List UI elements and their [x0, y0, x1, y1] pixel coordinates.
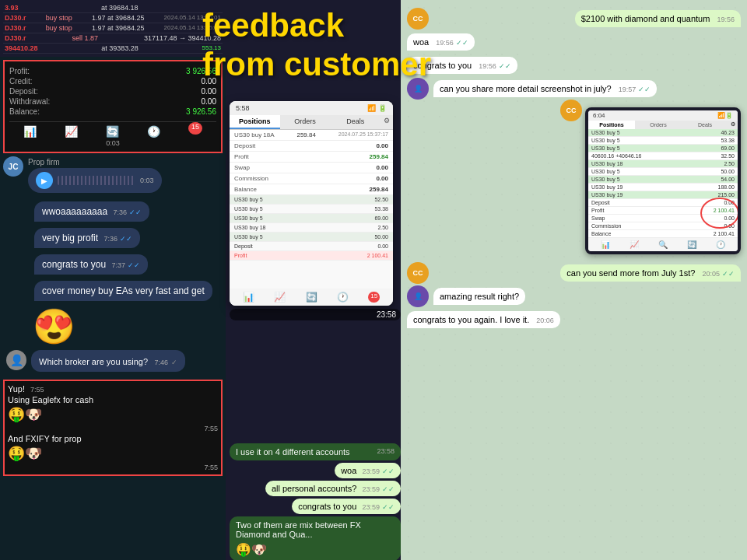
chat-bubble-accounts: I use it on 4 different accounts 23:58 — [230, 443, 401, 460]
list-item: congrats to you 7:37 ✓✓ — [3, 252, 223, 277]
summary-area-right: Deposit0.00 Profit2 100.41 Swap0.00 Comm… — [588, 199, 738, 238]
message-bubble: very big profit 7:36 ✓✓ — [34, 228, 140, 248]
phone-data-row: Commission 0.00 — [230, 173, 393, 184]
trade-icon[interactable]: 🔄 — [106, 125, 119, 138]
graph-icon-right[interactable]: 📈 — [630, 240, 639, 249]
message-send-more: can you send more from July 1st? 20:05 ✓… — [560, 264, 741, 282]
table-row: 394410.28 at 39383.28 553.13 — [3, 44, 223, 54]
phone-screenshot-right: 6:04 📶🔋 Positions Orders Deals ⚙ US30 bu… — [585, 103, 741, 259]
personal-accounts-row: all personal accounts? 23:59 ✓✓ — [230, 481, 401, 496]
message-amazing: amazing result right? — [433, 288, 525, 305]
list-item: can you send more from July 1st? 20:05 ✓… — [407, 262, 741, 284]
chart-icon[interactable]: 📈 — [65, 125, 78, 138]
right-phone-row: US30 buy 554.00 — [588, 176, 738, 184]
table-row: 3.93 at 39684.18 — [3, 3, 223, 13]
notification-badge: 15 — [188, 122, 202, 135]
right-phone-header: 6:04 📶🔋 — [588, 110, 738, 121]
summary-row-profit: Profit: 3 926.56 — [9, 66, 216, 76]
fxify-message: And FXIFY for prop — [8, 434, 218, 443]
quotes-icon[interactable]: 📊 — [23, 125, 37, 138]
avatar-cc-2: CC — [407, 262, 429, 284]
right-phone-row: US30 buy 19188.00 — [588, 184, 738, 191]
tab-positions-right[interactable]: Positions — [588, 121, 635, 129]
phone-data-row: Balance 259.84 — [230, 184, 393, 195]
mix-message-bubble: Two of them are mix between FX Diamond a… — [230, 516, 401, 560]
history-icon-right[interactable]: 🕐 — [716, 240, 725, 249]
yup-message: Yup! 7:55 — [8, 384, 218, 394]
message-2100: $2100 with diamond and quantum 19:56 — [575, 10, 741, 27]
trade-footer-icon[interactable]: 🔄 — [306, 292, 317, 303]
tab-orders-right[interactable]: Orders — [635, 121, 682, 129]
settings-icon-right[interactable]: ⚙ — [728, 121, 738, 129]
notification-footer: 15 — [368, 292, 380, 303]
right-phone-device: 6:04 📶🔋 Positions Orders Deals ⚙ US30 bu… — [585, 107, 741, 254]
woa-row: woa 23:59 ✓✓ — [230, 463, 401, 478]
right-phone-row: US30 buy 182.50 — [588, 160, 738, 168]
list-item: 👤 amazing result right? — [407, 285, 741, 307]
personal-accounts-bubble: all personal accounts? 23:59 ✓✓ — [265, 481, 401, 496]
phone-data-row: US30 buy 18A 259.84 2024.07.25 15:37:17 — [230, 130, 393, 141]
congrats-bubble-mid: congrats to you 23:59 ✓✓ — [292, 499, 401, 514]
right-phone-tabs: Positions Orders Deals ⚙ — [588, 121, 738, 129]
list-item: woa 19:56 ✓✓ — [407, 31, 741, 53]
settings-icon[interactable]: ⚙ — [381, 115, 393, 129]
tab-positions[interactable]: Positions — [230, 115, 280, 129]
broker-message: Which broker are you using? 7:46 ✓ — [31, 350, 185, 372]
phone-status-bar: 5:58 📶 🔋 — [230, 101, 393, 115]
emoji-message: 😍 — [33, 306, 219, 347]
tab-deals[interactable]: Deals — [330, 115, 381, 129]
list-item: 👤 can you share more detail screenshot i… — [407, 78, 741, 100]
avatar-jc: JC — [3, 156, 23, 177]
right-phone-row: US30 buy 19215.00 — [588, 191, 738, 199]
message-bubble: cover money buy EAs very fast and get — [34, 281, 212, 301]
chart-icon-right[interactable]: 📊 — [601, 240, 610, 249]
right-phone-row: US30 buy 550.00 — [588, 168, 738, 176]
audio-duration: 0:03 — [140, 177, 154, 184]
trade-icon-right[interactable]: 🔄 — [687, 240, 696, 249]
left-chat-panel: 3.93 at 39684.18 DJ30.r buy stop 1.97 at… — [0, 0, 226, 560]
history-footer-icon[interactable]: 🕐 — [337, 292, 349, 303]
right-phone-footer: 📊 📈 🔍 🔄 🕐 — [588, 238, 738, 251]
right-phone-inner: 6:04 📶🔋 Positions Orders Deals ⚙ US30 bu… — [588, 110, 738, 251]
right-phone-row: US30 buy 546.23 — [588, 129, 738, 137]
message-congrats-again: congrats to you again. I love it. 20:06 — [407, 311, 560, 328]
summary-box: Profit: 3 926.56 Credit: 0.00 Deposit: 0… — [3, 60, 223, 153]
tab-orders[interactable]: Orders — [280, 115, 331, 129]
page-title: feedback from customer — [202, 6, 431, 85]
table-row: DJ30.r sell 1.87 317117.48 → 394410.28 — [3, 33, 223, 44]
phone-screenshot-mid: 5:58 📶 🔋 Positions Orders Deals ⚙ US30 b… — [230, 101, 393, 306]
graph-footer-icon[interactable]: 📈 — [274, 292, 286, 303]
table-row: DJ30.r buy stop 1.97 at 39684.25 2024.05… — [3, 13, 223, 23]
audio-timestamp: 0:03 — [9, 139, 216, 147]
phone-data-row: Profit 259.84 — [230, 152, 393, 163]
sender-label: Prop firm — [28, 156, 226, 168]
audio-message[interactable]: ▶ 0:03 — [28, 168, 162, 193]
list-item: congrats to you 19:56 ✓✓ — [407, 54, 741, 76]
broker-question-row: 👤 Which broker are you using? 7:46 ✓ — [3, 350, 223, 372]
audio-message-row: JC Prop firm ▶ 0:03 — [0, 156, 226, 193]
mid-panel: 5:58 📶 🔋 Positions Orders Deals ⚙ US30 b… — [230, 101, 401, 443]
timestamp-badge: 23:58 — [230, 309, 401, 320]
list-item: congrats to you again. I love it. 20:06 — [407, 309, 741, 331]
tab-deals-right[interactable]: Deals — [682, 121, 728, 129]
phone-tabs: Positions Orders Deals ⚙ — [230, 115, 393, 130]
phone-screenshot-row-right: 6:04 📶🔋 Positions Orders Deals ⚙ US30 bu… — [407, 103, 741, 259]
summary-row-withdrawal: Withdrawal: 0.00 — [9, 96, 216, 107]
emoji-eaglefx: 🤑🐶 — [8, 406, 218, 423]
congrats-row-mid: congrats to you 23:59 ✓✓ — [230, 499, 401, 514]
list-item: wwoaaaaaaaaa 7:36 ✓✓ — [3, 199, 223, 224]
play-button[interactable]: ▶ — [36, 172, 53, 189]
list-item: cover money buy EAs very fast and get — [3, 278, 223, 303]
summary-row-deposit: Deposit: 0.00 — [9, 86, 216, 96]
right-phone-row: US30 buy 569.00 — [588, 145, 738, 152]
list-item: very big profit 7:36 ✓✓ — [3, 226, 223, 250]
avatar-cc-phone: CC — [560, 100, 582, 121]
chart-footer-icon[interactable]: 📊 — [243, 292, 254, 303]
woa-bubble: woa 23:59 ✓✓ — [335, 463, 401, 478]
right-phone-row: US30 buy 553.38 — [588, 137, 738, 145]
bottom-section: Yup! 7:55 Using Eaglefx for cash 🤑🐶 7:55… — [3, 380, 223, 476]
summary-row-balance: Balance: 3 926.56 — [9, 107, 216, 117]
history-icon[interactable]: 🕐 — [147, 125, 160, 138]
search-icon-right[interactable]: 🔍 — [658, 240, 668, 249]
trade-table: 3.93 at 39684.18 DJ30.r buy stop 1.97 at… — [0, 0, 226, 57]
